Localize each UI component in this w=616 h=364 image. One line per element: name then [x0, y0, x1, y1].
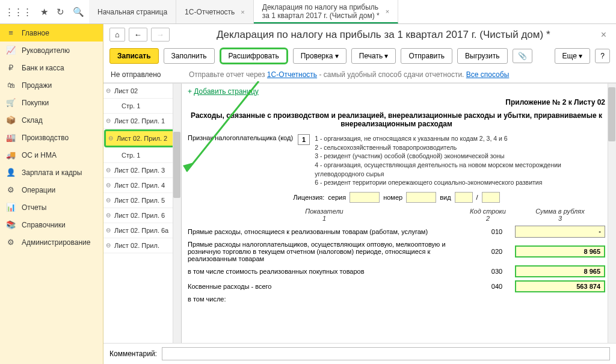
comment-input[interactable]	[162, 347, 610, 360]
sidebar-item[interactable]: ₽Банк и касса	[0, 59, 103, 76]
tree-item[interactable]: Лист 02. Прил. 6а	[103, 223, 181, 238]
history-icon[interactable]: ↻	[57, 7, 64, 17]
tree-item[interactable]: Стр. 1	[103, 148, 181, 163]
sidebar-icon: 📊	[6, 203, 16, 212]
header: ⌂ ← → Декларация по налогу на прибыль за…	[103, 24, 616, 45]
sidebar-icon: 👤	[6, 168, 16, 177]
sidebar-item[interactable]: 🏭Производство	[0, 129, 103, 146]
sidebar-item[interactable]: 📚Справочники	[0, 216, 103, 233]
tab-report[interactable]: 1С-Отчетность×	[176, 0, 254, 23]
column-headers: Показатели1 Код строки2 Сумма в рублях3	[188, 208, 605, 222]
print-button[interactable]: Печать ▾	[351, 48, 396, 64]
export-button[interactable]: Выгрузить	[457, 48, 508, 64]
data-row: Прямые расходы налогоплательщиков, осуще…	[188, 241, 605, 262]
taxpayer-code[interactable]: 1	[298, 134, 310, 145]
more-button[interactable]: Еще ▾	[555, 48, 591, 64]
tree-item[interactable]: Лист 02. Прил. 1	[103, 114, 181, 129]
home-button[interactable]: ⌂	[109, 28, 125, 42]
section-title: Расходы, связанные с производством и реа…	[188, 111, 605, 128]
value-input[interactable]: 8 965	[515, 245, 605, 258]
sidebar-item[interactable]: 👤Зарплата и кадры	[0, 164, 103, 181]
appendix-title: Приложение № 2 к Листу 02	[188, 98, 605, 106]
code-list: 1 - организация, не относящаяся к указан…	[315, 134, 605, 187]
tab-home[interactable]: Начальная страница	[89, 0, 176, 23]
add-page-link[interactable]: Добавить страницу	[194, 87, 258, 96]
attach-button[interactable]: 📎	[513, 49, 532, 63]
forward-button[interactable]: →	[151, 28, 170, 42]
sidebar-item[interactable]: ≡Главное	[0, 24, 103, 42]
fill-button[interactable]: Заполнить	[164, 48, 215, 64]
scrollbar[interactable]	[173, 84, 181, 343]
sidebar-item[interactable]: ⚙Администрирование	[0, 233, 103, 251]
value-input[interactable]: 563 874	[515, 280, 605, 292]
sidebar-icon: ⚙	[6, 185, 16, 194]
tree-item[interactable]: Лист 02. Прил. 3	[103, 163, 181, 178]
sidebar-icon: ₽	[6, 63, 16, 72]
sidebar-icon: 🛒	[6, 98, 16, 107]
taxpayer-row: Признак налогоплательщика (код) 1 1 - ор…	[188, 134, 605, 187]
toolbar: Записать Заполнить Расшифровать Проверка…	[103, 45, 616, 67]
tree-item[interactable]: Лист 02. Прил.	[103, 238, 181, 253]
star-icon[interactable]: ★	[40, 7, 48, 17]
sidebar-item[interactable]: 📈Руководителю	[0, 42, 103, 59]
status-text: Отправьте отчет через 1С-Отчетность - са…	[189, 70, 509, 79]
tree-item[interactable]: Лист 02. Прил. 5	[103, 193, 181, 208]
sidebar-icon: 🚚	[6, 150, 16, 159]
topbar-icons: ⋮⋮⋮ ★ ↻ 🔍	[0, 0, 89, 23]
tree-item[interactable]: Лист 02. Прил. 2	[104, 129, 180, 147]
scrollbar[interactable]	[608, 84, 616, 343]
tabs: Начальная страница 1С-Отчетность× Деклар…	[89, 0, 616, 23]
body-area: Лист 02Стр. 1Лист 02. Прил. 1Лист 02. Пр…	[103, 83, 616, 343]
sidebar-icon: 📦	[6, 116, 16, 125]
sidebar-icon: 🛍	[6, 81, 16, 90]
back-button[interactable]: ←	[129, 28, 147, 42]
status-row: Не отправлено Отправьте отчет через 1С-О…	[103, 67, 616, 83]
form-area: + Добавить страницу Приложение № 2 к Лис…	[182, 84, 616, 343]
sidebar-icon: ≡	[6, 28, 16, 37]
value-input[interactable]: -	[515, 226, 605, 238]
sidebar-item[interactable]: 🛍Продажи	[0, 76, 103, 94]
close-icon[interactable]: ×	[597, 29, 610, 40]
sidebar-item[interactable]: 📦Склад	[0, 111, 103, 129]
comment-row: Комментарий:	[103, 343, 616, 364]
sidebar-item[interactable]: ⚙Операции	[0, 181, 103, 199]
sidebar-icon: 📈	[6, 46, 16, 55]
close-icon[interactable]: ×	[241, 8, 244, 16]
check-button[interactable]: Проверка ▾	[293, 48, 346, 64]
search-icon[interactable]: 🔍	[73, 7, 84, 17]
sidebar-icon: ⚙	[6, 238, 16, 247]
close-icon[interactable]: ×	[386, 8, 389, 15]
send-button[interactable]: Отправить	[401, 48, 452, 64]
sidebar-item[interactable]: 📊Отчеты	[0, 199, 103, 216]
tab-declaration[interactable]: Декларация по налогу на прибыльза 1 квар…	[254, 0, 398, 23]
link-1c[interactable]: 1С-Отчетность	[267, 70, 317, 79]
tree-item[interactable]: Лист 02. Прил. 6	[103, 208, 181, 223]
save-button[interactable]: Записать	[109, 48, 159, 64]
lic-series-input[interactable]	[350, 192, 380, 203]
help-button[interactable]: ?	[595, 49, 610, 63]
apps-icon[interactable]: ⋮⋮⋮	[5, 7, 32, 17]
sidebar: ≡Главное📈Руководителю₽Банк и касса🛍Прода…	[0, 24, 103, 364]
data-rows: Прямые расходы, относящиеся к реализован…	[188, 226, 605, 303]
data-row: в том числе:	[188, 295, 605, 303]
sidebar-item[interactable]: 🛒Покупки	[0, 94, 103, 111]
sidebar-icon: 🏭	[6, 133, 16, 142]
tree-item[interactable]: Лист 02	[103, 84, 181, 99]
tree-item[interactable]: Лист 02. Прил. 4	[103, 178, 181, 193]
value-input[interactable]: 8 965	[515, 265, 605, 277]
license-row: Лицензия: серия номер вид /	[188, 192, 605, 203]
sidebar-icon: 📚	[6, 220, 16, 229]
lic-sub-input[interactable]	[482, 192, 500, 203]
comment-label: Комментарий:	[109, 350, 157, 358]
main: ≡Главное📈Руководителю₽Банк и касса🛍Прода…	[0, 24, 616, 364]
data-row: Прямые расходы, относящиеся к реализован…	[188, 226, 605, 238]
tree: Лист 02Стр. 1Лист 02. Прил. 1Лист 02. Пр…	[103, 84, 182, 343]
sidebar-item[interactable]: 🚚ОС и НМА	[0, 146, 103, 164]
decode-button[interactable]: Расшифровать	[220, 48, 288, 64]
tree-item[interactable]: Стр. 1	[103, 99, 181, 114]
lic-number-input[interactable]	[406, 192, 436, 203]
page-title: Декларация по налогу на прибыль за 1 ква…	[173, 29, 594, 41]
link-all[interactable]: Все способы	[466, 70, 510, 79]
topbar: ⋮⋮⋮ ★ ↻ 🔍 Начальная страница 1С-Отчетнос…	[0, 0, 616, 24]
lic-type-input[interactable]	[455, 192, 473, 203]
